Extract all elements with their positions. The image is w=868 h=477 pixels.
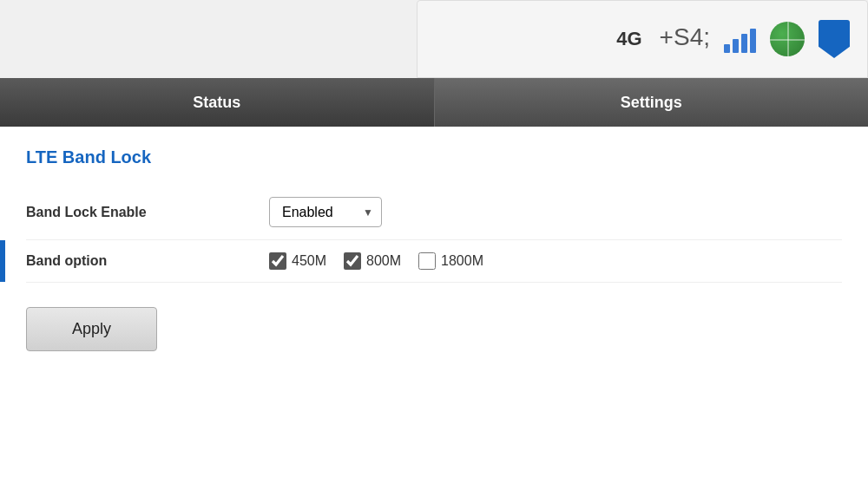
band-1800m-checkbox[interactable] [418,252,436,270]
section-title: LTE Band Lock [26,147,842,167]
band-option-control: 450M 800M 1800M [269,252,842,270]
signal-bar-2 [733,39,739,53]
antenna-icon: +S4;︎ [660,23,710,51]
band-800m-option[interactable]: 800M [344,252,401,270]
band-800m-checkbox[interactable] [344,252,361,270]
band-option-label: Band option [26,253,269,269]
band-option-row: Band option 450M 800M 1800M [26,240,842,283]
band-lock-enable-label: Band Lock Enable [26,205,269,220]
band-options-group: 450M 800M 1800M [269,252,483,270]
band-450m-checkbox[interactable] [269,252,286,270]
tab-status[interactable]: Status [0,78,435,127]
band-lock-select[interactable]: Disabled Enabled [269,197,382,227]
signal-bar-1 [724,44,730,53]
band-450m-label: 450M [292,253,326,269]
signal-bars-icon [724,25,756,53]
top-status-bar: 4G +S4;︎ [417,0,868,78]
main-content: LTE Band Lock Band Lock Enable Disabled … [0,127,868,477]
signal-bar-3 [741,34,747,53]
band-450m-option[interactable]: 450M [269,252,326,270]
band-lock-enable-control: Disabled Enabled ▼ [269,197,842,227]
tab-settings[interactable]: Settings [435,78,869,127]
band-lock-enable-row: Band Lock Enable Disabled Enabled ▼ [26,185,842,240]
band-1800m-option[interactable]: 1800M [418,252,483,270]
nav-tabs: Status Settings [0,78,868,127]
apply-button[interactable]: Apply [26,307,157,351]
globe-icon [770,22,805,56]
band-1800m-label: 1800M [441,253,483,269]
band-lock-select-wrapper: Disabled Enabled ▼ [269,197,382,227]
network-type-label: 4G [616,28,641,50]
signal-bar-4 [750,29,756,53]
sim-indicator-icon [819,20,850,58]
band-800m-label: 800M [366,253,401,269]
